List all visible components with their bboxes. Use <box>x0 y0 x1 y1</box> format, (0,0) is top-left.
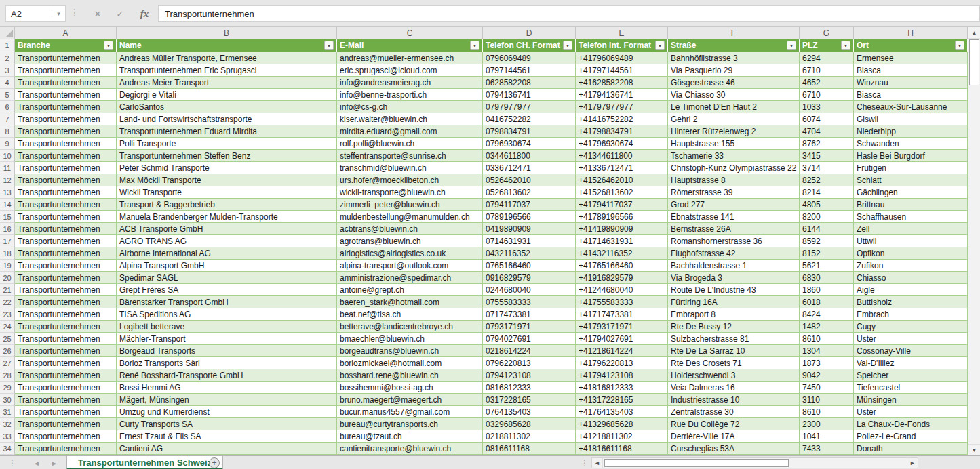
row-number[interactable]: 14 <box>0 199 15 211</box>
cell[interactable]: Transportunternehmen <box>15 150 117 162</box>
cell[interactable]: Tiefencastel <box>854 382 968 394</box>
scroll-left-icon[interactable]: ◄ <box>592 458 603 468</box>
cell[interactable]: +41794136741 <box>576 89 668 101</box>
cell[interactable]: 0526813602 <box>483 186 576 199</box>
column-header-b[interactable]: B <box>117 27 337 39</box>
cell[interactable]: Transportunternehmen <box>15 369 117 382</box>
cell[interactable]: Curty Transports SA <box>117 418 337 430</box>
cell[interactable]: 0796069489 <box>483 52 576 64</box>
cell[interactable]: René Bosshard-Transporte GmbH <box>117 369 337 382</box>
cell[interactable]: betterave@landicentrebroye.ch <box>337 321 483 333</box>
cell[interactable]: Transportunternehmen <box>15 125 117 138</box>
cell[interactable]: +41526813602 <box>576 186 668 199</box>
cell[interactable]: 1033 <box>800 101 854 113</box>
cell[interactable]: Tschamerie 33 <box>668 150 800 162</box>
cell[interactable]: 0794136741 <box>483 89 576 101</box>
cell[interactable]: Frutigen <box>854 162 968 174</box>
cell[interactable]: muldenbestellung@manumulden.ch <box>337 211 483 223</box>
cell[interactable]: Transportunternehmen <box>15 77 117 89</box>
cell[interactable]: +41816611168 <box>576 443 668 455</box>
cell[interactable]: Winznau <box>854 77 968 89</box>
cell[interactable]: Land- und Fortswirtschaftstransporte <box>117 113 337 125</box>
row-number[interactable]: 9 <box>0 138 15 150</box>
horizontal-scroll-thumb[interactable] <box>604 459 789 467</box>
cell[interactable]: +41717473381 <box>576 308 668 321</box>
cell[interactable]: Alpina Transport GmbH <box>117 260 337 272</box>
cell[interactable]: 0344611800 <box>483 150 576 162</box>
cell[interactable]: +41244680040 <box>576 284 668 296</box>
row-number[interactable]: 34 <box>0 443 15 455</box>
cell[interactable]: Transportunternehmen Eduard Mirdita <box>117 125 337 138</box>
cell[interactable]: Cugy <box>854 321 968 333</box>
cell[interactable]: Via Brogeda 3 <box>668 272 800 284</box>
cell[interactable]: 3714 <box>800 162 854 174</box>
cell[interactable]: beat.nef@tisa.ch <box>337 308 483 321</box>
cell[interactable]: 0816611168 <box>483 443 576 455</box>
cell[interactable]: 6074 <box>800 113 854 125</box>
cell[interactable]: +41344611800 <box>576 150 668 162</box>
cell[interactable]: Bossi Hemmi AG <box>117 382 337 394</box>
cell[interactable]: CarloSantos <box>117 101 337 113</box>
cell[interactable]: eric.sprugasci@icloud.com <box>337 64 483 77</box>
cell[interactable]: 0717473381 <box>483 308 576 321</box>
cell[interactable]: Airborne International AG <box>117 247 337 260</box>
cell[interactable]: 8200 <box>800 211 854 223</box>
cell[interactable]: Hauptstrasse 155 <box>668 138 800 150</box>
cell[interactable]: Opfikon <box>854 247 968 260</box>
cell[interactable]: +41796930674 <box>576 138 668 150</box>
cell[interactable]: Holderschwendi 3 <box>668 369 800 382</box>
cell[interactable]: 8424 <box>800 308 854 321</box>
cell[interactable]: wickli-transporte@bluewin.ch <box>337 186 483 199</box>
column-header-e[interactable]: E <box>576 27 668 39</box>
cell[interactable]: Uster <box>854 406 968 418</box>
cell[interactable]: Fürtiring 16A <box>668 296 800 308</box>
row-number[interactable]: 26 <box>0 345 15 357</box>
cell[interactable]: Transportunternehmen <box>15 394 117 406</box>
cell[interactable]: Transport & Baggerbetrieb <box>117 199 337 211</box>
cell[interactable]: Biasca <box>854 64 968 77</box>
cell[interactable]: Christoph-Kunz Olympiastrasse 22 <box>668 162 800 174</box>
cell[interactable]: Giswil <box>854 113 968 125</box>
cell[interactable]: 4652 <box>800 77 854 89</box>
cell[interactable]: Route De L'Industrie 43 <box>668 284 800 296</box>
cell[interactable]: 0526462010 <box>483 174 576 186</box>
cell[interactable]: antoine@grept.ch <box>337 284 483 296</box>
cell[interactable]: 5621 <box>800 260 854 272</box>
cell[interactable]: Rte De La Sarraz 10 <box>668 345 800 357</box>
row-number[interactable]: 2 <box>0 52 15 64</box>
cell[interactable]: Chiasso <box>854 272 968 284</box>
row-number[interactable]: 31 <box>0 406 15 418</box>
cell[interactable]: 8214 <box>800 186 854 199</box>
cell[interactable]: Transportunternehmen <box>15 272 117 284</box>
cell[interactable]: Transportunternehmen <box>15 235 117 247</box>
cell[interactable]: 1873 <box>800 357 854 369</box>
cell[interactable]: 8762 <box>800 138 854 150</box>
cell[interactable]: 0789196566 <box>483 211 576 223</box>
cell[interactable]: info@andreasmeierag.ch <box>337 77 483 89</box>
scroll-down-icon[interactable]: ▼ <box>968 444 980 455</box>
cell[interactable]: 6830 <box>800 272 854 284</box>
cell[interactable]: +41798834791 <box>576 125 668 138</box>
row-number[interactable]: 10 <box>0 150 15 162</box>
chevron-down-icon[interactable]: ▾ <box>52 10 65 17</box>
row-number[interactable]: 24 <box>0 321 15 333</box>
cell[interactable]: 0317228165 <box>483 394 576 406</box>
cell[interactable]: cantienitransporte@bluewin.ch <box>337 443 483 455</box>
cell[interactable]: Borloz Transports Sàrl <box>117 357 337 369</box>
filter-button[interactable]: ▼ <box>787 41 796 50</box>
header-cell[interactable]: Telefon Int. Format▼ <box>576 39 668 52</box>
cell[interactable]: Embraport 8 <box>668 308 800 321</box>
cell[interactable]: Niederbipp <box>854 125 968 138</box>
cell[interactable]: Derrière-Ville 17A <box>668 430 800 443</box>
cancel-icon[interactable]: ✕ <box>88 5 107 22</box>
cell[interactable]: 6710 <box>800 89 854 101</box>
cell[interactable]: +41794123108 <box>576 369 668 382</box>
cell[interactable]: alpina-transport@outlook.com <box>337 260 483 272</box>
cell[interactable]: AGRO TRANS AG <box>117 235 337 247</box>
cell[interactable]: bmaechler@bluewin.ch <box>337 333 483 345</box>
row-number[interactable]: 3 <box>0 64 15 77</box>
cell[interactable]: Römerstrasse 39 <box>668 186 800 199</box>
cell[interactable]: Logibett betterave <box>117 321 337 333</box>
select-all-corner[interactable] <box>0 27 15 39</box>
cell[interactable]: Transportunternehmen <box>15 186 117 199</box>
